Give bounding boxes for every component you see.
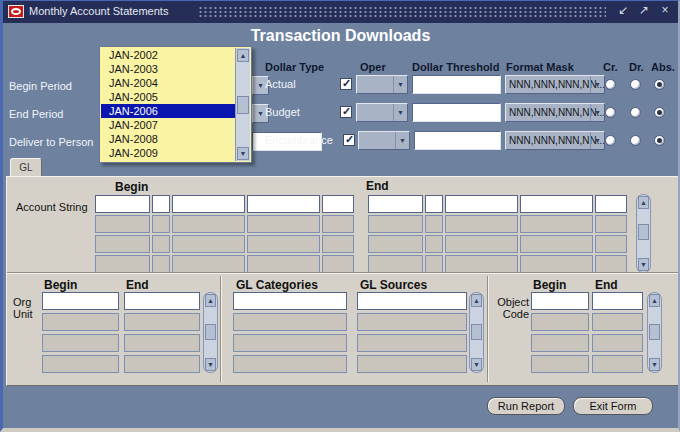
exit-form-button[interactable]: Exit Form: [573, 397, 653, 415]
scroll-down-icon[interactable]: ▼: [638, 258, 649, 271]
account-segment-cell: [152, 235, 170, 253]
budget-dr-radio[interactable]: [630, 107, 641, 118]
account-segment-cell[interactable]: [152, 195, 170, 213]
account-segment-cell: [95, 255, 150, 273]
budget-cr-radio[interactable]: [605, 107, 616, 118]
account-segment-cell: [425, 235, 443, 253]
object-code-end-cell[interactable]: [592, 292, 643, 310]
period-list-item[interactable]: JAN-2005: [101, 90, 235, 104]
account-segment-cell[interactable]: [172, 195, 245, 213]
oper-header: Oper: [360, 61, 386, 73]
gl-sources-column: [357, 292, 467, 373]
scrollbar-thumb[interactable]: [649, 324, 660, 340]
actual-dr-radio[interactable]: [630, 79, 641, 90]
period-list-item[interactable]: JAN-2004: [101, 76, 235, 90]
object-code-begin-column: [531, 292, 589, 373]
account-segment-cell[interactable]: [520, 195, 593, 213]
actual-oper-select[interactable]: ▼: [356, 75, 408, 94]
object-code-scrollbar[interactable]: ▲ ▼: [647, 292, 662, 373]
account-segment-cell: [445, 255, 518, 273]
account-string-begin-row-4: [95, 255, 354, 273]
account-segment-cell[interactable]: [95, 195, 150, 213]
collapse-window-icon[interactable]: ↙: [616, 3, 630, 17]
actual-cr-radio[interactable]: [605, 79, 616, 90]
chevron-down-icon: ▼: [590, 104, 604, 121]
chevron-down-icon: ▼: [393, 104, 407, 121]
account-segment-cell[interactable]: [368, 195, 423, 213]
account-segment-cell[interactable]: [247, 195, 320, 213]
budget-checkbox[interactable]: [340, 106, 352, 118]
scroll-down-icon[interactable]: ▼: [237, 147, 249, 160]
encumbrance-format-mask-select[interactable]: NNN,NNN,NNN,NN...▼: [505, 131, 605, 150]
account-string-label: Account String: [16, 201, 88, 213]
budget-threshold-input[interactable]: [412, 103, 501, 122]
object-code-begin-cell[interactable]: [531, 292, 589, 310]
period-list-item[interactable]: JAN-2008: [101, 132, 235, 146]
encumbrance-label: Encumbrance: [265, 134, 333, 146]
period-list-item-selected[interactable]: JAN-2006: [101, 104, 235, 118]
scroll-down-icon[interactable]: ▼: [649, 358, 660, 371]
run-report-button[interactable]: Run Report: [487, 397, 565, 415]
scrollbar-thumb[interactable]: [237, 96, 249, 114]
scroll-up-icon[interactable]: ▲: [649, 294, 660, 307]
account-segment-cell: [172, 235, 245, 253]
account-segment-cell[interactable]: [595, 195, 627, 213]
period-list-scrollbar[interactable]: ▲ ▼: [235, 48, 250, 161]
gl-categories-cell: [233, 334, 347, 352]
account-segment-cell[interactable]: [322, 195, 354, 213]
scroll-up-icon[interactable]: ▲: [471, 294, 482, 307]
scroll-up-icon[interactable]: ▲: [237, 49, 249, 62]
gl-sources-scrollbar[interactable]: ▲ ▼: [469, 292, 484, 373]
org-unit-end-header: End: [126, 278, 149, 292]
org-unit-scrollbar[interactable]: ▲ ▼: [203, 292, 218, 373]
encumbrance-threshold-input[interactable]: [414, 131, 501, 150]
period-list-item[interactable]: JAN-2007: [101, 118, 235, 132]
close-window-icon[interactable]: ×: [658, 3, 672, 17]
org-unit-begin-column: [42, 292, 119, 373]
encumbrance-oper-select[interactable]: ▼: [358, 131, 410, 150]
dollar-threshold-header: Dollar Threshold: [412, 61, 499, 73]
account-string-scrollbar[interactable]: ▲ ▼: [636, 194, 651, 273]
encumbrance-dr-radio[interactable]: [630, 135, 641, 146]
budget-abs-radio[interactable]: [654, 107, 665, 118]
gl-sources-cell: [357, 313, 467, 331]
scroll-down-icon[interactable]: ▼: [205, 358, 216, 371]
gl-sources-cell[interactable]: [357, 292, 467, 310]
encumbrance-abs-radio[interactable]: [654, 135, 665, 146]
account-string-begin-row-3: [95, 235, 354, 253]
account-segment-cell: [322, 215, 354, 233]
encumbrance-cr-radio[interactable]: [605, 135, 616, 146]
account-segment-cell[interactable]: [445, 195, 518, 213]
budget-oper-select[interactable]: ▼: [356, 103, 408, 122]
account-segment-cell: [595, 255, 627, 273]
budget-format-mask-select[interactable]: NNN,NNN,NNN,NN...▼: [505, 103, 605, 122]
period-list-item[interactable]: JAN-2009: [101, 146, 235, 160]
format-mask-header: Format Mask: [506, 61, 574, 73]
actual-abs-radio[interactable]: [654, 79, 665, 90]
section-divider: [7, 272, 679, 274]
actual-format-mask-select[interactable]: NNN,NNN,NNN,NN...▼: [505, 75, 605, 94]
gl-categories-cell[interactable]: [233, 292, 347, 310]
org-unit-begin-cell[interactable]: [42, 292, 119, 310]
account-segment-cell: [445, 235, 518, 253]
org-unit-end-cell[interactable]: [124, 292, 200, 310]
actual-checkbox[interactable]: [340, 78, 352, 90]
org-unit-end-column: [124, 292, 200, 373]
scroll-up-icon[interactable]: ▲: [205, 294, 216, 307]
restore-window-icon[interactable]: ↗: [637, 3, 651, 17]
tab-gl[interactable]: GL: [10, 158, 42, 177]
scroll-up-icon[interactable]: ▲: [638, 196, 649, 209]
period-list-item[interactable]: JAN-2002: [101, 48, 235, 62]
encumbrance-checkbox[interactable]: [343, 134, 355, 146]
scroll-down-icon[interactable]: ▼: [471, 358, 482, 371]
scrollbar-thumb[interactable]: [205, 324, 216, 340]
scrollbar-thumb[interactable]: [638, 224, 649, 240]
scrollbar-thumb[interactable]: [471, 324, 482, 340]
object-code-begin-header: Begin: [533, 278, 566, 292]
period-list-item[interactable]: JAN-2003: [101, 62, 235, 76]
deliver-to-person-label: Deliver to Person: [9, 136, 93, 148]
actual-threshold-input[interactable]: [412, 75, 501, 94]
org-unit-begin-cell: [42, 313, 119, 331]
page-title: Transaction Downloads: [3, 27, 678, 45]
account-segment-cell[interactable]: [425, 195, 443, 213]
